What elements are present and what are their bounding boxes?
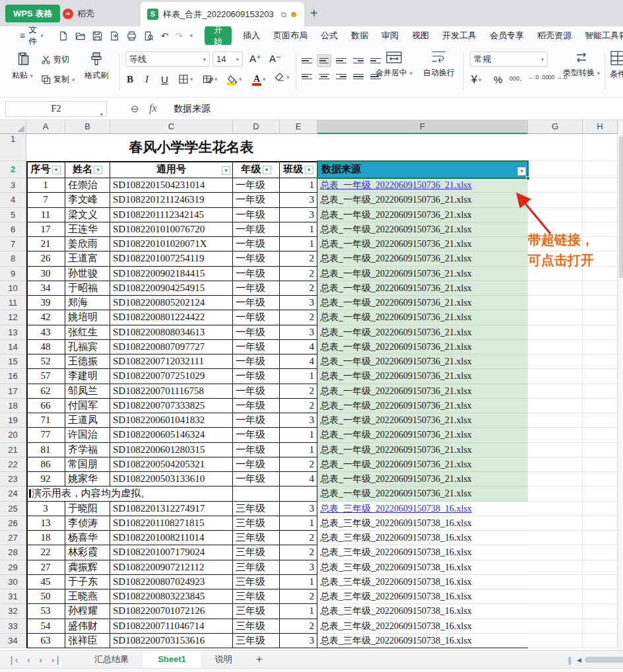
number-format-select[interactable]: 常规▾ bbox=[470, 51, 548, 67]
cell-H28[interactable] bbox=[583, 545, 618, 560]
cell-E25[interactable]: 3 bbox=[280, 502, 317, 516]
cell-E33[interactable]: 2 bbox=[280, 619, 317, 634]
cell-A27[interactable]: 18 bbox=[26, 531, 65, 545]
redo-icon[interactable]: ↷ bbox=[176, 31, 183, 41]
tab-docer[interactable]: ❧ 稻壳 bbox=[63, 5, 94, 22]
cell-B21[interactable]: 齐学福 bbox=[65, 443, 110, 457]
column-header-F[interactable]: F bbox=[317, 120, 528, 134]
cell-F16[interactable]: 总表_一年级_20220609150736_21.xlsx bbox=[317, 369, 528, 384]
align-center-button[interactable] bbox=[317, 70, 331, 83]
row-header-2[interactable]: 2 bbox=[0, 161, 26, 178]
align-right-button[interactable] bbox=[334, 70, 348, 83]
bold-button[interactable]: B bbox=[127, 74, 133, 85]
cell-G29[interactable] bbox=[528, 560, 583, 575]
cell-D29[interactable]: 三年级 bbox=[233, 560, 280, 575]
cell-H10[interactable] bbox=[583, 281, 618, 296]
row-header-24[interactable]: 24 bbox=[0, 487, 26, 501]
name-box-chevron-icon[interactable]: ▾ bbox=[100, 107, 103, 121]
cell-B19[interactable]: 王道凤 bbox=[65, 413, 110, 428]
cell-H2[interactable] bbox=[583, 161, 618, 178]
font-size-select[interactable]: 14▾ bbox=[213, 51, 243, 67]
cell-E27[interactable]: 2 bbox=[280, 531, 317, 545]
cell-B27[interactable]: 杨喜华 bbox=[65, 531, 110, 545]
cell-F27[interactable]: 总表_三年级_20220609150738_16.xlsx bbox=[317, 531, 528, 545]
cell-D12[interactable]: 一年级 bbox=[233, 310, 280, 325]
cell-F18[interactable]: 总表_一年级_20220609150736_21.xlsx bbox=[317, 399, 528, 413]
cell-B10[interactable]: 于昭福 bbox=[65, 281, 110, 296]
cell-F8[interactable]: 总表_一年级_20220609150736_21.xlsx bbox=[317, 252, 528, 266]
row-header-27[interactable]: 27 bbox=[0, 531, 26, 545]
filter-dropdown-icon-姓名[interactable]: ▾ bbox=[94, 166, 102, 174]
print-icon[interactable] bbox=[127, 31, 137, 41]
cell-F31[interactable]: 总表_三年级_20220609150738_16.xlsx bbox=[317, 589, 528, 604]
cell-B16[interactable]: 李建明 bbox=[65, 369, 110, 384]
cell-E22[interactable]: 2 bbox=[280, 457, 317, 472]
cell-D14[interactable]: 一年级 bbox=[233, 340, 280, 354]
ribbon-tab-数据[interactable]: 数据 bbox=[351, 30, 368, 42]
cell-A12[interactable]: 42 bbox=[26, 310, 65, 325]
cell-C20[interactable]: SD1082200605146324 bbox=[110, 428, 233, 442]
cell-F14[interactable]: 总表_一年级_20220609150736_21.xlsx bbox=[317, 340, 528, 354]
cell-G25[interactable] bbox=[528, 502, 583, 516]
ribbon-tab-审阅[interactable]: 审阅 bbox=[381, 30, 399, 42]
cell-A9[interactable]: 30 bbox=[26, 267, 65, 281]
cell-A15[interactable]: 52 bbox=[26, 354, 65, 369]
open-file-icon[interactable] bbox=[75, 31, 85, 41]
cell-D28[interactable]: 三年级 bbox=[233, 545, 280, 560]
row-header-25[interactable]: 25 bbox=[0, 502, 26, 516]
shrink-font-button[interactable]: A⁻ bbox=[269, 53, 281, 65]
cell-D27[interactable]: 三年级 bbox=[233, 531, 280, 545]
cell-C18[interactable]: SD1082200707333825 bbox=[110, 399, 233, 413]
cell-E3[interactable]: 1 bbox=[280, 178, 317, 193]
cell-H5[interactable] bbox=[583, 208, 618, 222]
row-header-5[interactable]: 5 bbox=[0, 208, 26, 222]
column-header-A[interactable]: A bbox=[26, 120, 65, 134]
row-header-26[interactable]: 26 bbox=[0, 516, 26, 531]
copy-button[interactable]: 复制 ▾ bbox=[41, 74, 75, 85]
cell-F32[interactable]: 总表_三年级_20220609150738_16.xlsx bbox=[317, 604, 528, 619]
cell-A7[interactable]: 21 bbox=[26, 237, 65, 252]
cell-H18[interactable] bbox=[583, 399, 618, 413]
cell-H26[interactable] bbox=[583, 516, 618, 531]
cell-A11[interactable]: 39 bbox=[26, 296, 65, 310]
cell-C26[interactable]: SD1082201108271815 bbox=[110, 516, 233, 531]
cell-B20[interactable]: 许国治 bbox=[65, 428, 110, 442]
cell-G16[interactable] bbox=[528, 369, 583, 384]
cell-B34[interactable]: 张祥臣 bbox=[65, 634, 110, 648]
cell-E15[interactable]: 4 bbox=[280, 354, 317, 369]
print-preview-icon[interactable] bbox=[144, 31, 154, 41]
cell-G24[interactable] bbox=[528, 487, 583, 501]
italic-button[interactable]: I bbox=[145, 74, 148, 85]
cell-C16[interactable]: SD1082200707251029 bbox=[110, 369, 233, 384]
underline-button[interactable]: U bbox=[161, 74, 168, 85]
cell-D30[interactable]: 三年级 bbox=[233, 575, 280, 589]
cell-G5[interactable] bbox=[528, 208, 583, 222]
row-header-3[interactable]: 3 bbox=[0, 178, 26, 193]
cell-A23[interactable]: 92 bbox=[26, 472, 65, 487]
ribbon-tab-开发工具[interactable]: 开发工具 bbox=[442, 30, 476, 42]
cell-C7[interactable]: SD108220101020071X bbox=[110, 237, 233, 252]
cell-G17[interactable] bbox=[528, 384, 583, 399]
filter-header-数据来源[interactable]: 数据来源▾ bbox=[317, 161, 528, 178]
row-header-31[interactable]: 31 bbox=[0, 589, 26, 604]
align-top-button[interactable] bbox=[300, 54, 314, 67]
row-header-20[interactable]: 20 bbox=[0, 428, 26, 442]
column-header-E[interactable]: E bbox=[280, 120, 317, 134]
cell-D19[interactable]: 一年级 bbox=[233, 413, 280, 428]
row-header-14[interactable]: 14 bbox=[0, 340, 26, 354]
cell-G30[interactable] bbox=[528, 575, 583, 589]
justify-button[interactable] bbox=[351, 70, 366, 83]
cell-C22[interactable]: SD1082200504205321 bbox=[110, 457, 233, 472]
cell-C11[interactable]: SD1082200805202124 bbox=[110, 296, 233, 310]
filter-dropdown-icon-序号[interactable]: ▾ bbox=[52, 166, 61, 174]
cell-H13[interactable] bbox=[583, 325, 618, 340]
cell-F30[interactable]: 总表_三年级_20220609150738_16.xlsx bbox=[317, 575, 528, 589]
cell-E13[interactable]: 3 bbox=[280, 325, 317, 340]
cell-H31[interactable] bbox=[583, 589, 618, 604]
borders-button[interactable]: ▾ bbox=[178, 74, 193, 84]
cell-B13[interactable]: 张红生 bbox=[65, 325, 110, 340]
select-all-corner[interactable] bbox=[0, 120, 26, 134]
cell-B25[interactable]: 于晓阳 bbox=[65, 502, 110, 516]
cell-C21[interactable]: SD1082200601280315 bbox=[110, 443, 233, 457]
cell-H4[interactable] bbox=[583, 193, 618, 207]
